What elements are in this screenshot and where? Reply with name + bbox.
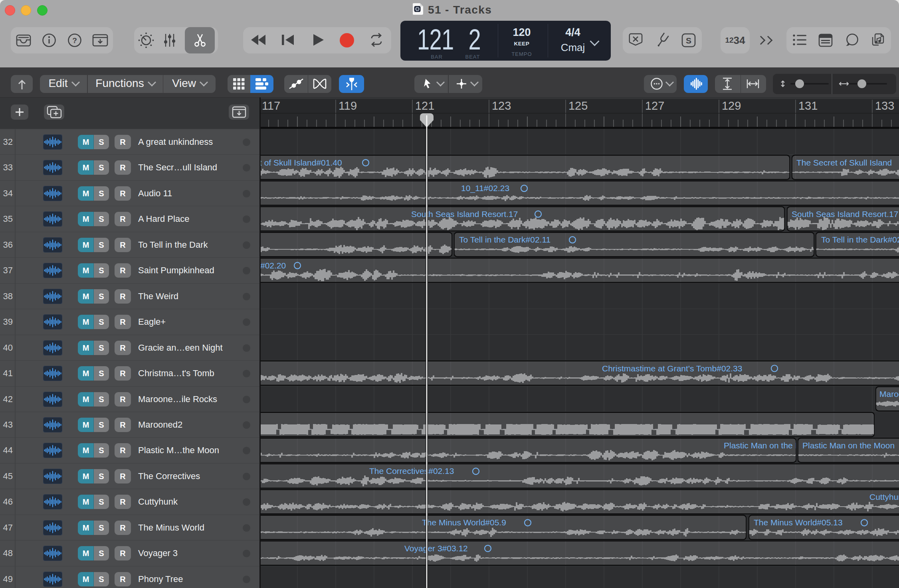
svg-text:To Tell in the Dark#02: To Tell in the Dark#02 xyxy=(821,235,899,244)
svg-text:125: 125 xyxy=(568,99,588,112)
svg-text:S: S xyxy=(686,36,691,45)
svg-text:#02.20: #02.20 xyxy=(260,261,286,270)
svg-text:Christmastime at Grant's Tomb#: Christmastime at Grant's Tomb#02.33 xyxy=(602,364,742,373)
svg-text:117: 117 xyxy=(262,99,280,112)
svg-text:131: 131 xyxy=(798,99,818,112)
svg-text:To Tell in the Dark#02.11: To Tell in the Dark#02.11 xyxy=(459,235,550,244)
svg-text:127: 127 xyxy=(645,99,664,112)
svg-text:Marooned While Rocks: Marooned While Rocks xyxy=(879,389,899,399)
svg-text:119: 119 xyxy=(339,99,357,112)
svg-text:Voyager 3#03.12: Voyager 3#03.12 xyxy=(404,544,468,553)
svg-text:?: ? xyxy=(72,36,77,45)
svg-text:The Minus World#05.9: The Minus World#05.9 xyxy=(422,518,506,527)
svg-text:Cuttyhunk#02.1: Cuttyhunk#02.1 xyxy=(869,492,899,501)
svg-text:123: 123 xyxy=(492,99,511,112)
svg-text:133: 133 xyxy=(875,99,894,112)
svg-text:The Minus World#05.13: The Minus World#05.13 xyxy=(754,518,843,527)
svg-text:121: 121 xyxy=(415,99,434,112)
svg-text:South Seas Island Resort.17: South Seas Island Resort.17 xyxy=(792,209,898,219)
svg-text:10_11#02.23: 10_11#02.23 xyxy=(461,184,509,193)
svg-text:t of Skull Island#01.40: t of Skull Island#01.40 xyxy=(260,158,342,167)
svg-text:The Secret of Skull Island: The Secret of Skull Island xyxy=(796,158,892,167)
svg-text:The Correctives#02.13: The Correctives#02.13 xyxy=(369,466,454,476)
svg-text:129: 129 xyxy=(722,99,741,112)
svg-text:Plastic Man on the Moon: Plastic Man on the Moon xyxy=(802,441,895,450)
